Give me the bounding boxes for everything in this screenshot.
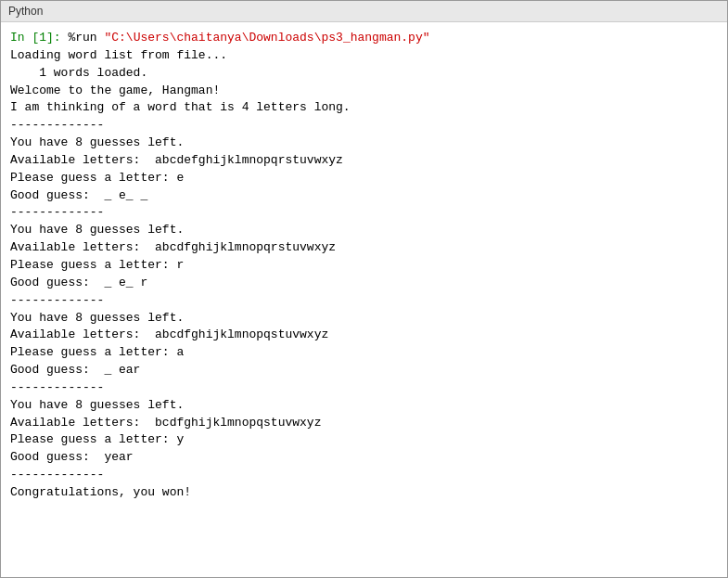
console-line: Available letters: abcdfghijklmnopqstuvw… [10, 327, 718, 344]
console-area[interactable]: In [1]: %run "C:\Users\chaitanya\Downloa… [1, 22, 727, 577]
console-line: Available letters: abcdfghijklmnopqrstuv… [10, 239, 718, 257]
console-line: ------------- [10, 204, 718, 222]
console-line: 1 words loaded. [10, 65, 718, 83]
console-line: Please guess a letter: a [10, 344, 718, 362]
console-line: ------------- [10, 467, 718, 484]
console-line: Good guess: year [10, 449, 718, 467]
title-bar: Python [1, 1, 727, 22]
console-line: ------------- [10, 292, 718, 310]
console-line: Loading word list from file... [10, 47, 718, 65]
console-line: Available letters: bcdfghijklmnopqstuvwx… [10, 415, 718, 432]
console-line: Please guess a letter: y [10, 431, 718, 449]
console-line: Good guess: _ e_ _ [10, 187, 718, 205]
console-line: ------------- [10, 117, 718, 135]
console-line: I am thinking of a word that is 4 letter… [10, 99, 718, 117]
console-line: ------------- [10, 379, 718, 397]
console-line: You have 8 guesses left. [10, 310, 718, 328]
console-line: In [1]: %run "C:\Users\chaitanya\Downloa… [10, 30, 718, 47]
title-label: Python [8, 5, 43, 18]
console-line: Welcome to the game, Hangman! [10, 83, 718, 100]
console-line: You have 8 guesses left. [10, 222, 718, 239]
console-line: Good guess: _ ear [10, 362, 718, 379]
console-line: Available letters: abcdefghijklmnopqrstu… [10, 152, 718, 170]
console-line: Please guess a letter: r [10, 257, 718, 275]
console-line: Good guess: _ e_ r [10, 275, 718, 292]
console-line: Please guess a letter: e [10, 170, 718, 187]
console-line: You have 8 guesses left. [10, 135, 718, 152]
python-window: Python In [1]: %run "C:\Users\chaitanya\… [0, 0, 728, 578]
console-line: You have 8 guesses left. [10, 397, 718, 415]
console-line: Congratulations, you won! [10, 484, 718, 502]
